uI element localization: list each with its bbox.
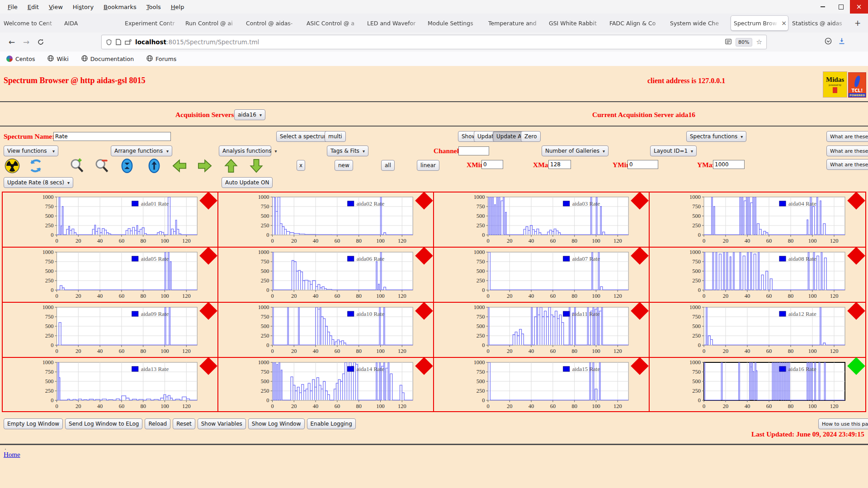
arrow-down-icon[interactable] xyxy=(249,158,264,174)
url-field[interactable]: localhost:8015/Spectrum/Spectrum.tml 80%… xyxy=(101,35,767,49)
reset-button[interactable]: Reset xyxy=(173,418,195,429)
bookmark-wiki[interactable]: Wiki xyxy=(47,55,68,63)
spectrum-chart-aida09[interactable]: 02040608010012010007505002500aida09 Rate xyxy=(3,303,217,357)
forward-button[interactable]: → xyxy=(19,35,33,49)
enable-logging-button[interactable]: Enable Logging xyxy=(307,418,356,429)
refresh-icon[interactable] xyxy=(28,158,43,174)
tab-control-aidas[interactable]: Control @ aidas- xyxy=(246,14,303,33)
back-button[interactable]: ← xyxy=(5,35,19,49)
tab-run-control-ai[interactable]: Run Control @ ai xyxy=(185,14,242,33)
xmax-input[interactable] xyxy=(548,160,571,169)
gallery-cell-aida11[interactable]: 02040608010012010007505002500aida11 Rate xyxy=(434,303,650,358)
new-tab-button[interactable]: + xyxy=(851,14,864,33)
tab-temperature-and[interactable]: Temperature and xyxy=(488,14,545,33)
empty-log-window-button[interactable]: Empty Log Window xyxy=(4,418,63,429)
reader-view-icon[interactable] xyxy=(725,38,731,46)
multi-button[interactable]: multi xyxy=(325,131,346,142)
gallery-cell-aida16[interactable]: 02040608010012010007505002500aida16 Rate xyxy=(650,358,865,412)
new-button[interactable]: new xyxy=(335,160,353,171)
bookmark-documentation[interactable]: Documentation xyxy=(81,55,134,63)
tab-gsi-white-rabbit[interactable]: GSI White Rabbit xyxy=(549,14,606,33)
gallery-cell-aida04[interactable]: 02040608010012010007505002500aida04 Rate xyxy=(650,192,865,248)
how-to-use-button[interactable]: How to use this page xyxy=(818,418,868,429)
update-rate-dropdown[interactable]: Update Rate (8 secs)▾ xyxy=(4,177,73,188)
spectrum-chart-aida03[interactable]: 02040608010012010007505002500aida03 Rate xyxy=(434,192,649,247)
expand-vertical-icon[interactable] xyxy=(146,158,162,174)
tab-aida[interactable]: AIDA xyxy=(64,14,121,33)
spectrum-chart-aida16[interactable]: 02040608010012010007505002500aida16 Rate xyxy=(650,358,865,412)
number-of-galleries-dropdown[interactable]: Number of Galleries▾ xyxy=(542,145,609,156)
show-variables-button[interactable]: Show Variables xyxy=(198,418,246,429)
gallery-cell-aida09[interactable]: 02040608010012010007505002500aida09 Rate xyxy=(3,303,218,358)
spectrum-chart-aida11[interactable]: 02040608010012010007505002500aida11 Rate xyxy=(434,303,649,357)
gallery-cell-aida08[interactable]: 02040608010012010007505002500aida08 Rate xyxy=(650,248,865,303)
ymin-input[interactable] xyxy=(627,160,658,169)
spectrum-chart-aida13[interactable]: 02040608010012010007505002500aida13 Rate xyxy=(3,358,217,412)
tab-fadc-align-co[interactable]: FADC Align & Co xyxy=(609,14,666,33)
gallery-cell-aida06[interactable]: 02040608010012010007505002500aida06 Rate xyxy=(218,248,434,303)
menu-item-bookmarks[interactable]: Bookmarks xyxy=(99,2,142,12)
gallery-cell-aida14[interactable]: 02040608010012010007505002500aida14 Rate xyxy=(218,358,434,412)
zoom-level-indicator[interactable]: 80% xyxy=(736,38,752,47)
spectrum-chart-aida01[interactable]: 02040608010012010007505002500aida01 Rate xyxy=(3,192,217,247)
menu-item-view[interactable]: View xyxy=(44,2,68,12)
view-functions-dropdown[interactable]: View functions▾ xyxy=(4,145,58,156)
bookmark-forums[interactable]: Forums xyxy=(146,55,176,63)
menu-item-help[interactable]: Help xyxy=(166,2,189,12)
analysis-functions-dropdown[interactable]: Analysis functions▾ xyxy=(219,145,271,156)
ymax-input[interactable] xyxy=(713,160,745,169)
gallery-cell-aida02[interactable]: 02040608010012010007505002500aida02 Rate xyxy=(218,192,434,248)
tab-module-settings[interactable]: Module Settings xyxy=(428,14,485,33)
gallery-cell-aida03[interactable]: 02040608010012010007505002500aida03 Rate xyxy=(434,192,650,248)
radioactive-icon[interactable] xyxy=(5,158,20,174)
what-are-these-button-1[interactable]: What are these? xyxy=(826,131,868,142)
tags-fits-dropdown[interactable]: Tags & Fits▾ xyxy=(327,145,368,156)
reload-button[interactable]: Reload xyxy=(145,418,170,429)
tab-welcome-to-cent[interactable]: Welcome to Cent xyxy=(4,14,61,33)
maximize-button[interactable] xyxy=(832,0,850,14)
arrow-left-icon[interactable] xyxy=(172,158,187,174)
spectra-functions-dropdown[interactable]: Spectra functions▾ xyxy=(686,131,746,142)
gallery-cell-aida12[interactable]: 02040608010012010007505002500aida12 Rate xyxy=(650,303,865,358)
spectrum-chart-aida07[interactable]: 02040608010012010007505002500aida07 Rate xyxy=(434,248,649,302)
collapse-vertical-icon[interactable] xyxy=(119,158,135,174)
zoom-in-icon[interactable] xyxy=(69,158,85,174)
tab-spectrum-brow[interactable]: Spectrum Brow× xyxy=(731,15,788,31)
menu-item-tools[interactable]: Tools xyxy=(142,2,166,12)
gallery-cell-aida10[interactable]: 02040608010012010007505002500aida10 Rate xyxy=(218,303,434,358)
tab-statistics-aidas[interactable]: Statistics @ aidas xyxy=(792,14,849,33)
zero-button[interactable]: Zero xyxy=(521,131,541,142)
spectrum-chart-aida14[interactable]: 02040608010012010007505002500aida14 Rate xyxy=(218,358,433,412)
arrange-functions-dropdown[interactable]: Arrange functions▾ xyxy=(111,145,172,156)
midas-logo[interactable]: Midas powered by xyxy=(823,71,847,98)
tcl-powered-logo[interactable]: TCL! POWERED xyxy=(848,72,866,98)
tab-experiment-contr[interactable]: Experiment Contr xyxy=(125,14,182,33)
menu-item-file[interactable]: File xyxy=(3,2,23,12)
gallery-cell-aida07[interactable]: 02040608010012010007505002500aida07 Rate xyxy=(434,248,650,303)
spectrum-chart-aida05[interactable]: 02040608010012010007505002500aida05 Rate xyxy=(3,248,217,302)
gallery-cell-aida15[interactable]: 02040608010012010007505002500aida15 Rate xyxy=(434,358,650,412)
spectrum-chart-aida08[interactable]: 02040608010012010007505002500aida08 Rate xyxy=(650,248,865,302)
xmin-input[interactable] xyxy=(481,160,503,169)
spectrum-chart-aida06[interactable]: 02040608010012010007505002500aida06 Rate xyxy=(218,248,433,302)
arrow-up-icon[interactable] xyxy=(223,158,239,174)
pocket-save-icon[interactable] xyxy=(825,38,832,47)
tab-led-and-wavefor[interactable]: LED and Wavefor xyxy=(367,14,424,33)
all-button[interactable]: all xyxy=(381,160,395,171)
permissions-icon[interactable] xyxy=(125,39,132,45)
spectrum-chart-aida10[interactable]: 02040608010012010007505002500aida10 Rate xyxy=(218,303,433,357)
tab-close-icon[interactable]: × xyxy=(780,19,788,27)
spectrum-chart-aida15[interactable]: 02040608010012010007505002500aida15 Rate xyxy=(434,358,649,412)
spectrum-chart-aida12[interactable]: 02040608010012010007505002500aida12 Rate xyxy=(650,303,865,357)
bookmark-star-icon[interactable]: ☆ xyxy=(756,38,762,46)
close-button[interactable]: × xyxy=(850,0,868,14)
menu-item-edit[interactable]: Edit xyxy=(23,2,44,12)
channel-input[interactable] xyxy=(458,146,489,155)
tab-system-wide-che[interactable]: System wide Che xyxy=(670,14,727,33)
spectrum-name-input[interactable] xyxy=(53,132,171,141)
show-log-window-button[interactable]: Show Log Window xyxy=(248,418,305,429)
spectrum-chart-aida04[interactable]: 02040608010012010007505002500aida04 Rate xyxy=(650,192,865,247)
gallery-cell-aida01[interactable]: 02040608010012010007505002500aida01 Rate xyxy=(3,192,218,248)
what-are-these-button-3[interactable]: What are these? xyxy=(826,159,868,170)
x-toggle-button[interactable]: x xyxy=(297,160,305,171)
